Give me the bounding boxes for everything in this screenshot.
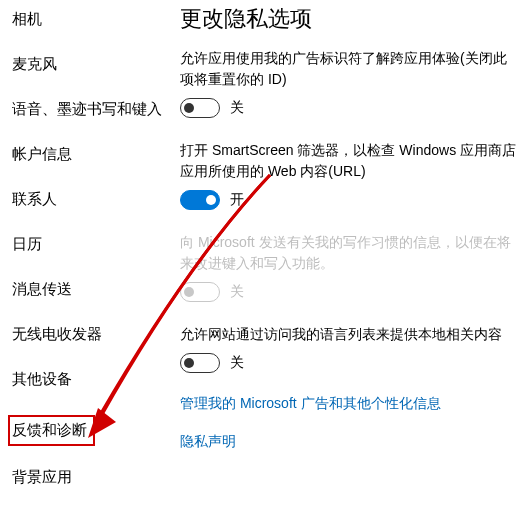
setting-writing-info: 向 Microsoft 发送有关我的写作习惯的信息，以便在将来改进键入和写入功能… bbox=[180, 232, 517, 302]
setting-smartscreen: 打开 SmartScreen 筛选器，以检查 Windows 应用商店应用所使用… bbox=[180, 140, 517, 210]
toggle-label: 关 bbox=[230, 283, 244, 301]
toggle-label: 关 bbox=[230, 354, 244, 372]
toggle-ad-id[interactable] bbox=[180, 98, 220, 118]
sidebar-item-contacts[interactable]: 联系人 bbox=[12, 190, 57, 209]
sidebar-item-messaging[interactable]: 消息传送 bbox=[12, 280, 72, 299]
main-content: 更改隐私选项 允许应用使用我的广告标识符了解跨应用体验(关闭此项将重置你的 ID… bbox=[170, 0, 517, 515]
sidebar-item-speech-ink-typing[interactable]: 语音、墨迹书写和键入 bbox=[12, 100, 162, 119]
sidebar-item-calendar[interactable]: 日历 bbox=[12, 235, 42, 254]
toggle-language-list[interactable] bbox=[180, 353, 220, 373]
sidebar-item-feedback-diagnostics[interactable]: 反馈和诊断 bbox=[12, 421, 87, 440]
toggle-label: 开 bbox=[230, 191, 244, 209]
sidebar: 相机 麦克风 语音、墨迹书写和键入 帐户信息 联系人 日历 消息传送 无线电收发… bbox=[0, 0, 170, 515]
sidebar-item-other-devices[interactable]: 其他设备 bbox=[12, 370, 72, 389]
highlight-annotation: 反馈和诊断 bbox=[8, 415, 95, 446]
sidebar-item-radio[interactable]: 无线电收发器 bbox=[12, 325, 102, 344]
setting-text: 允许应用使用我的广告标识符了解跨应用体验(关闭此项将重置你的 ID) bbox=[180, 48, 517, 90]
sidebar-item-background-apps[interactable]: 背景应用 bbox=[12, 468, 72, 487]
setting-text: 向 Microsoft 发送有关我的写作习惯的信息，以便在将来改进键入和写入功能… bbox=[180, 232, 517, 274]
sidebar-item-account-info[interactable]: 帐户信息 bbox=[12, 145, 72, 164]
page-title: 更改隐私选项 bbox=[180, 4, 517, 34]
toggle-smartscreen[interactable] bbox=[180, 190, 220, 210]
link-privacy-statement[interactable]: 隐私声明 bbox=[180, 433, 517, 451]
toggle-writing-info bbox=[180, 282, 220, 302]
sidebar-item-microphone[interactable]: 麦克风 bbox=[12, 55, 57, 74]
toggle-label: 关 bbox=[230, 99, 244, 117]
setting-text: 允许网站通过访问我的语言列表来提供本地相关内容 bbox=[180, 324, 517, 345]
sidebar-item-camera[interactable]: 相机 bbox=[12, 10, 42, 29]
setting-language-list: 允许网站通过访问我的语言列表来提供本地相关内容 关 bbox=[180, 324, 517, 373]
link-manage-ads[interactable]: 管理我的 Microsoft 广告和其他个性化信息 bbox=[180, 395, 517, 413]
setting-ad-id: 允许应用使用我的广告标识符了解跨应用体验(关闭此项将重置你的 ID) 关 bbox=[180, 48, 517, 118]
setting-text: 打开 SmartScreen 筛选器，以检查 Windows 应用商店应用所使用… bbox=[180, 140, 517, 182]
